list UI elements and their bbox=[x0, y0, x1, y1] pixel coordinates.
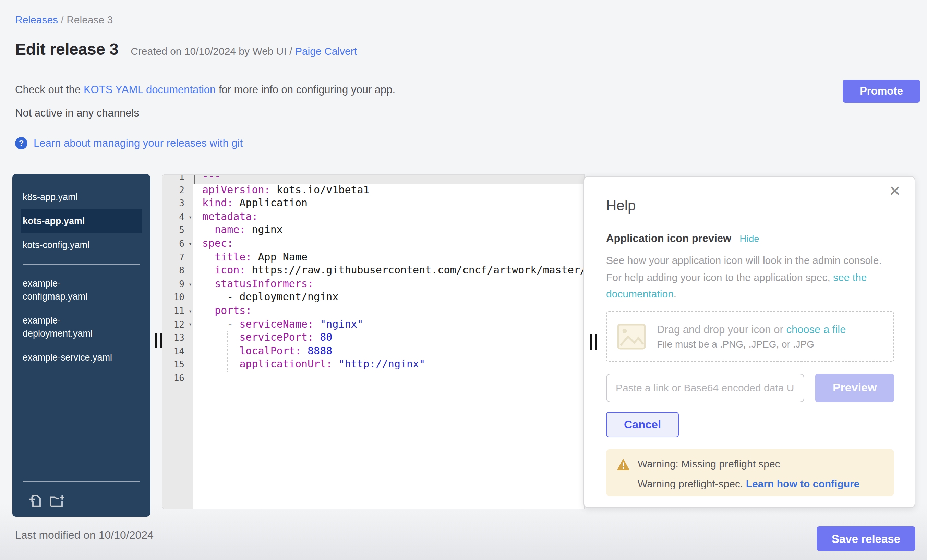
page-title: Edit release 3 bbox=[15, 40, 118, 59]
file-item-k8s-app.yaml[interactable]: k8s-app.yaml bbox=[21, 185, 142, 209]
gutter-line-number[interactable]: 1 bbox=[163, 174, 193, 184]
help-title: Help bbox=[606, 197, 894, 214]
gutter-line-number[interactable]: 2 bbox=[163, 184, 193, 197]
code-line-9[interactable]: 9▾ statusInformers: bbox=[163, 278, 584, 291]
created-meta: Created on 10/10/2024 by Web UI / Paige … bbox=[131, 45, 357, 57]
icon-dropzone[interactable]: Drag and drop your icon or choose a file… bbox=[606, 311, 894, 361]
file-list: k8s-app.yamlkots-app.yamlkots-config.yam… bbox=[12, 174, 150, 369]
gutter-line-number[interactable]: 4▾ bbox=[163, 211, 193, 224]
image-placeholder-icon bbox=[617, 323, 646, 349]
code-line-11[interactable]: 11▾ ports: bbox=[163, 304, 584, 318]
warning-detail: Warning preflight-spec. Learn how to con… bbox=[638, 477, 859, 489]
file-item-kots-app.yaml[interactable]: kots-app.yaml bbox=[21, 209, 142, 233]
section-title: Application icon preview bbox=[606, 232, 731, 245]
code-text: title: App Name bbox=[193, 250, 584, 264]
code-text: - serviceName: "nginx" bbox=[193, 318, 584, 331]
gutter-line-number[interactable]: 3 bbox=[163, 197, 193, 210]
breadcrumb-current: Release 3 bbox=[67, 14, 113, 25]
code-line-4[interactable]: 4▾metadata: bbox=[163, 211, 584, 224]
fold-arrow-icon[interactable]: ▾ bbox=[188, 281, 192, 287]
author-link[interactable]: Paige Calvert bbox=[295, 45, 357, 57]
code-text: --- bbox=[193, 174, 584, 184]
icon-url-row: Preview bbox=[606, 373, 894, 402]
kots-yaml-docs-link[interactable]: KOTS YAML documentation bbox=[84, 83, 216, 95]
indent-guide bbox=[227, 331, 228, 344]
choose-file-link[interactable]: choose a file bbox=[786, 323, 846, 335]
sidebar-resize-handle[interactable] bbox=[155, 333, 163, 348]
code-text: ports: bbox=[193, 304, 584, 318]
file-group-divider bbox=[23, 264, 140, 264]
code-line-8[interactable]: 8 icon: https://raw.githubusercontent.co… bbox=[163, 264, 584, 277]
icon-preview-section-header: Application icon preview Hide bbox=[606, 232, 894, 245]
code-line-3[interactable]: 3kind: Application bbox=[163, 197, 584, 210]
sidebar-footer-divider bbox=[23, 481, 140, 482]
code-lines: 1---2apiVersion: kots.io/v1beta13kind: A… bbox=[163, 174, 584, 385]
code-line-15[interactable]: 15 applicationUrl: "http://nginx" bbox=[163, 358, 584, 372]
code-text: kind: Application bbox=[193, 197, 584, 210]
code-text: servicePort: 80 bbox=[193, 331, 584, 344]
learn-configure-link[interactable]: Learn how to configure bbox=[746, 477, 860, 489]
gutter-line-number[interactable]: 12▾ bbox=[163, 318, 193, 331]
fold-arrow-icon[interactable]: ▾ bbox=[188, 308, 192, 314]
hide-link[interactable]: Hide bbox=[740, 233, 759, 244]
breadcrumb-releases-link[interactable]: Releases bbox=[15, 14, 58, 25]
code-line-7[interactable]: 7 title: App Name bbox=[163, 250, 584, 264]
gutter-line-number[interactable]: 15 bbox=[163, 358, 193, 372]
add-file-icon[interactable] bbox=[28, 493, 43, 508]
gutter-line-number[interactable]: 16 bbox=[163, 372, 193, 385]
breadcrumb: Releases / Release 3 bbox=[15, 14, 113, 25]
docs-line-suffix: for more info on configuring your app. bbox=[216, 83, 395, 95]
gutter-line-number[interactable]: 5 bbox=[163, 224, 193, 237]
yaml-code-editor[interactable]: 1---2apiVersion: kots.io/v1beta13kind: A… bbox=[162, 174, 585, 509]
code-line-5[interactable]: 5 name: nginx bbox=[163, 224, 584, 237]
help-resize-handle[interactable] bbox=[590, 334, 597, 349]
close-icon[interactable]: ✕ bbox=[889, 184, 901, 198]
promote-button[interactable]: Promote bbox=[843, 79, 920, 103]
icon-url-input[interactable] bbox=[606, 373, 804, 402]
preview-button[interactable]: Preview bbox=[815, 373, 894, 402]
gutter-line-number[interactable]: 10 bbox=[163, 291, 193, 304]
fold-arrow-icon[interactable]: ▾ bbox=[188, 322, 192, 328]
warning-icon bbox=[616, 458, 630, 470]
save-release-button[interactable]: Save release bbox=[817, 527, 915, 551]
gutter-line-number[interactable]: 7 bbox=[163, 250, 193, 264]
code-text bbox=[193, 372, 584, 385]
file-item-example-deployment.yaml[interactable]: example-deployment.yaml bbox=[21, 308, 142, 346]
add-folder-icon[interactable] bbox=[49, 493, 66, 508]
git-help-row: ? Learn about managing your releases wit… bbox=[15, 137, 243, 149]
code-text: name: nginx bbox=[193, 224, 584, 237]
git-releases-link[interactable]: Learn about managing your releases with … bbox=[33, 137, 243, 149]
file-item-example-configmap.yaml[interactable]: example-configmap.yaml bbox=[21, 272, 142, 308]
code-line-2[interactable]: 2apiVersion: kots.io/v1beta1 bbox=[163, 184, 584, 197]
fold-arrow-icon[interactable]: ▾ bbox=[188, 241, 192, 247]
channel-status-text: Not active in any channels bbox=[15, 107, 139, 119]
code-line-10[interactable]: 10 - deployment/nginx bbox=[163, 291, 584, 304]
breadcrumb-separator: / bbox=[58, 14, 67, 25]
file-item-kots-config.yaml[interactable]: kots-config.yaml bbox=[21, 233, 142, 257]
cancel-button[interactable]: Cancel bbox=[606, 411, 679, 437]
file-sidebar: k8s-app.yamlkots-app.yamlkots-config.yam… bbox=[12, 174, 150, 517]
release-editor-page: Releases / Release 3 Edit release 3 Crea… bbox=[0, 0, 927, 560]
gutter-line-number[interactable]: 6▾ bbox=[163, 237, 193, 250]
code-text: - deployment/nginx bbox=[193, 291, 584, 304]
description-suffix: . bbox=[674, 288, 676, 299]
gutter-line-number[interactable]: 9▾ bbox=[163, 278, 193, 291]
code-line-14[interactable]: 14 localPort: 8888 bbox=[163, 344, 584, 358]
dropzone-hint: File must be a .PNG, .JPEG, or .JPG bbox=[657, 338, 846, 349]
last-modified-text: Last modified on 10/10/2024 bbox=[15, 529, 153, 542]
code-text: spec: bbox=[193, 237, 584, 250]
gutter-line-number[interactable]: 14 bbox=[163, 344, 193, 358]
code-line-13[interactable]: 13 servicePort: 80 bbox=[163, 331, 584, 344]
gutter-line-number[interactable]: 8 bbox=[163, 264, 193, 277]
gutter-line-number[interactable]: 11▾ bbox=[163, 304, 193, 318]
file-item-example-service.yaml[interactable]: example-service.yaml bbox=[21, 346, 142, 369]
code-line-1[interactable]: 1--- bbox=[163, 174, 584, 184]
code-line-16[interactable]: 16 bbox=[163, 372, 584, 385]
code-line-6[interactable]: 6▾spec: bbox=[163, 237, 584, 250]
fold-arrow-icon[interactable]: ▾ bbox=[188, 214, 192, 220]
gutter-line-number[interactable]: 13 bbox=[163, 331, 193, 344]
warning-banner: Warning: Missing preflight spec Warning … bbox=[606, 449, 894, 496]
title-row: Edit release 3 Created on 10/10/2024 by … bbox=[15, 40, 357, 59]
code-line-12[interactable]: 12▾ - serviceName: "nginx" bbox=[163, 318, 584, 331]
code-text: applicationUrl: "http://nginx" bbox=[193, 358, 584, 372]
